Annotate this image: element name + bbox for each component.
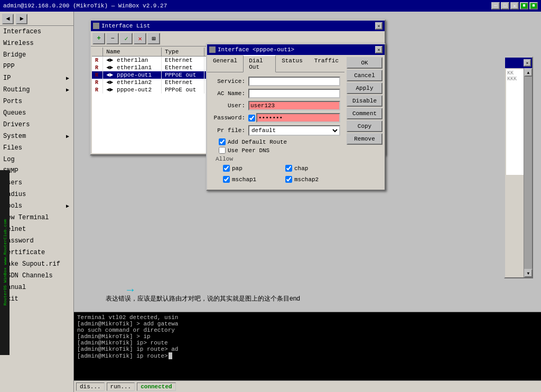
sidebar-item-routing[interactable]: Routing ▶ bbox=[0, 84, 73, 96]
status-btn2: ■ bbox=[529, 2, 538, 10]
use-peer-dns-checkbox[interactable] bbox=[219, 147, 226, 154]
tab-status[interactable]: Status bbox=[276, 55, 309, 72]
scroll-track bbox=[524, 77, 532, 269]
sidebar-item-ip[interactable]: IP ▶ bbox=[0, 72, 73, 84]
tab-traffic[interactable]: Traffic bbox=[309, 55, 344, 72]
disable-button[interactable]: Disable bbox=[347, 95, 383, 107]
iface-dialog-body: General Dial Out Status Traffic Service:… bbox=[207, 55, 385, 190]
interface-dialog: Interface <pppoe-out1> ✕ General Dial Ou… bbox=[206, 43, 386, 191]
sidebar-item-tools[interactable]: Tools ▶ bbox=[0, 200, 73, 212]
sidebar-item-manual[interactable]: Manual bbox=[0, 282, 73, 293]
sidebar-item-radius[interactable]: Radius bbox=[0, 189, 73, 200]
user-label: User: bbox=[211, 102, 248, 109]
sidebar-item-telnet[interactable]: Telnet bbox=[0, 223, 73, 235]
close-button[interactable]: ✕ bbox=[510, 2, 519, 10]
iface-list-close-btn[interactable]: ✕ bbox=[375, 22, 383, 30]
iface-dialog-title: Interface <pppoe-out1> bbox=[218, 46, 294, 53]
pap-checkbox[interactable] bbox=[223, 165, 230, 172]
pap-row: pap bbox=[223, 165, 274, 172]
iface-dialog-close-btn[interactable]: ✕ bbox=[375, 46, 383, 53]
sidebar-item-users[interactable]: Users bbox=[0, 177, 73, 189]
ac-name-input[interactable] bbox=[248, 89, 340, 98]
sidebar-item-system[interactable]: System ▶ bbox=[0, 130, 73, 142]
copy-button[interactable]: Copy bbox=[347, 120, 383, 132]
row-flag: R bbox=[92, 71, 103, 79]
chap-label: chap bbox=[294, 165, 308, 172]
row-flag: R bbox=[92, 86, 103, 94]
terminal-line-5: [admin@MikroTik] ip route> ad bbox=[77, 346, 538, 352]
user-input[interactable] bbox=[248, 101, 340, 110]
sidebar-item-isdn[interactable]: ISDN Channels bbox=[0, 270, 73, 282]
tab-general[interactable]: General bbox=[207, 55, 243, 72]
tab-dial-out[interactable]: Dial Out bbox=[243, 55, 276, 72]
tab-content-dial-out: Service: AC Name: User: Password: bbox=[207, 72, 344, 190]
maximize-button[interactable]: □ bbox=[501, 2, 509, 10]
profile-row: Pr file: default bbox=[211, 125, 340, 136]
sidebar-label-interfaces: Interfaces bbox=[3, 28, 41, 35]
terminal-line-4: [admin@MikroTik] ip> route bbox=[77, 340, 538, 346]
service-input[interactable] bbox=[248, 77, 340, 86]
comment-button[interactable]: Comment bbox=[347, 108, 383, 119]
sidebar-item-queues[interactable]: Queues bbox=[0, 107, 73, 119]
scroll-down-btn[interactable]: ▼ bbox=[524, 269, 533, 277]
row-type: PPPoE out bbox=[161, 86, 204, 94]
remove-interface-btn[interactable]: − bbox=[106, 33, 119, 44]
cancel-button[interactable]: Cancel bbox=[347, 70, 383, 81]
row-name: ◄► ether1lan bbox=[103, 57, 162, 64]
row-flag: R bbox=[92, 64, 103, 71]
terminal-cursor bbox=[169, 352, 172, 359]
row-name: ◄► ether1lan2 bbox=[103, 79, 162, 86]
sidebar-item-ppp[interactable]: PPP bbox=[0, 61, 73, 72]
sidebar-item-ports[interactable]: Ports bbox=[0, 96, 73, 107]
minimize-button[interactable]: — bbox=[491, 2, 500, 10]
title-bar: admin@192.168.0.200 (MikroTik) — WinBox … bbox=[0, 0, 541, 12]
pap-label: pap bbox=[232, 165, 242, 172]
copy-interface-btn[interactable]: ⊞ bbox=[147, 33, 160, 44]
sidebar-item-snmp[interactable]: SNMP bbox=[0, 165, 73, 177]
add-default-route-row: Add Default Route bbox=[219, 138, 340, 145]
annotation-text: 表达错误，应该是默认路由才对吧，说的其实就是图上的这个条目end bbox=[106, 294, 300, 303]
ok-button[interactable]: OK bbox=[347, 57, 383, 69]
tools-arrow-icon: ▶ bbox=[66, 203, 69, 209]
sidebar-logo: RouterOS WinBox www.RouterClub.com bbox=[0, 170, 10, 355]
remove-button[interactable]: Remove bbox=[347, 133, 383, 145]
enable-interface-btn[interactable]: ✓ bbox=[120, 33, 133, 44]
row-name: ◄► pppoe-out1 bbox=[103, 71, 162, 79]
password-checkbox[interactable] bbox=[248, 115, 255, 122]
disable-interface-btn[interactable]: ✕ bbox=[134, 33, 146, 44]
add-interface-btn[interactable]: + bbox=[92, 33, 105, 44]
col-type[interactable]: Type bbox=[161, 48, 204, 57]
sidebar-item-interfaces[interactable]: Interfaces bbox=[0, 26, 73, 38]
sidebar-item-wireless[interactable]: Wireless bbox=[0, 38, 73, 49]
terminal-line-0: Terminal vtl02 detected, usin bbox=[77, 314, 538, 321]
mschap2-checkbox[interactable] bbox=[285, 176, 292, 183]
sidebar-item-exit[interactable]: Exit bbox=[0, 293, 73, 305]
profile-label: Pr file: bbox=[211, 127, 248, 134]
forward-button[interactable]: ► bbox=[16, 14, 27, 24]
sidebar-item-files[interactable]: Files bbox=[0, 142, 73, 154]
row-flag: R bbox=[92, 79, 103, 86]
mschap1-checkbox[interactable] bbox=[223, 176, 230, 183]
add-default-route-checkbox[interactable] bbox=[219, 138, 226, 145]
sidebar-item-make-supout[interactable]: Make Supout.rif bbox=[0, 258, 73, 270]
scroll-up-btn[interactable]: ▲ bbox=[524, 68, 533, 77]
mschap1-label: mschap1 bbox=[232, 176, 256, 183]
profile-select[interactable]: default bbox=[248, 125, 340, 136]
bg-win-close-btn[interactable]: ✕ bbox=[524, 59, 531, 67]
sidebar-item-log[interactable]: Log bbox=[0, 154, 73, 165]
col-name[interactable]: Name bbox=[103, 48, 162, 57]
sidebar-item-drivers[interactable]: Drivers bbox=[0, 119, 73, 130]
service-label: Service: bbox=[211, 78, 248, 85]
sidebar-item-certificate[interactable]: Certificate bbox=[0, 247, 73, 258]
sidebar-item-password[interactable]: Password bbox=[0, 235, 73, 247]
sidebar-item-bridge[interactable]: Bridge bbox=[0, 49, 73, 61]
chap-checkbox[interactable] bbox=[285, 165, 292, 172]
chap-row: chap bbox=[285, 165, 336, 172]
sidebar-item-new-terminal[interactable]: New Terminal bbox=[0, 212, 73, 223]
back-button[interactable]: ◄ bbox=[2, 14, 14, 24]
password-input[interactable] bbox=[256, 113, 340, 123]
bg-win-scrollbar: ▲ ▼ bbox=[524, 68, 532, 277]
terminal-window[interactable]: Terminal vtl02 detected, usin [admin@Mik… bbox=[74, 312, 541, 380]
apply-button[interactable]: Apply bbox=[347, 82, 383, 94]
bg-window: ✕ KK KKK ▲ ▼ bbox=[504, 57, 533, 278]
